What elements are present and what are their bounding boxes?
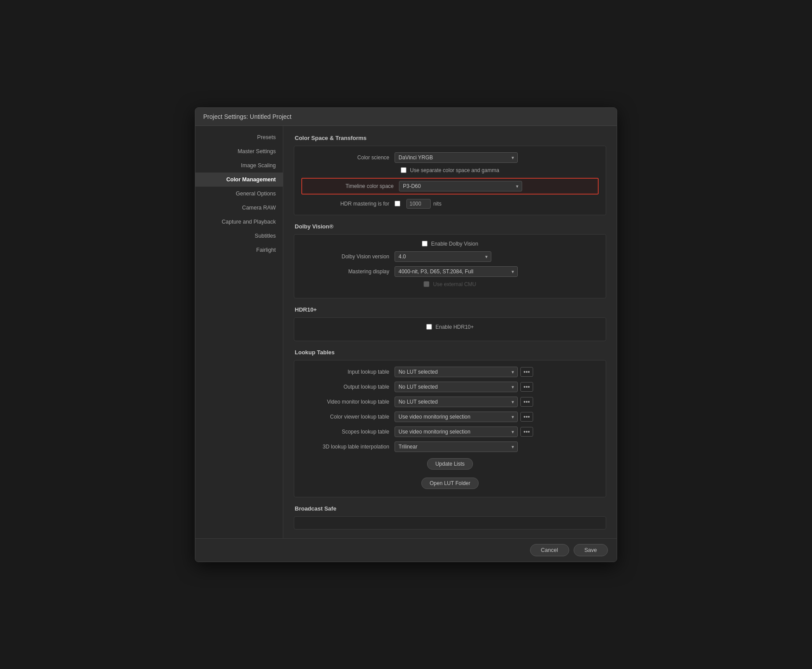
- dolby-vision-version-select-wrapper: 4.0 2.9: [395, 251, 491, 262]
- broadcast-safe-section-title: Broadcast Safe: [294, 505, 606, 512]
- hdr-mastering-unit: nits: [433, 201, 442, 207]
- mastering-display-select[interactable]: 4000-nit, P3, D65, ST.2084, Full 1000-ni…: [395, 266, 518, 277]
- open-lut-folder-button[interactable]: Open LUT Folder: [421, 478, 479, 489]
- separate-color-space-checkbox[interactable]: [401, 167, 406, 173]
- dialog-footer: Cancel Save: [195, 538, 617, 562]
- enable-hdr10plus-checkbox[interactable]: [426, 324, 432, 330]
- color-viewer-lut-select[interactable]: Use video monitoring selection No LUT se…: [395, 412, 518, 422]
- enable-dolby-vision-row: Enable Dolby Vision: [301, 241, 599, 247]
- video-monitor-lut-row: Video monitor lookup table No LUT select…: [301, 397, 599, 407]
- hdr-mastering-label: HDR mastering is for: [301, 201, 389, 207]
- separate-color-space-row: Use separate color space and gamma: [301, 167, 599, 173]
- scopes-lut-dots-button[interactable]: •••: [520, 427, 533, 437]
- video-monitor-lut-dots-button[interactable]: •••: [520, 397, 533, 407]
- timeline-color-space-label: Timeline color space: [306, 183, 394, 189]
- lookup-tables-section-box: Input lookup table No LUT selected ••• O…: [294, 360, 606, 497]
- save-button[interactable]: Save: [574, 544, 608, 556]
- cancel-button[interactable]: Cancel: [530, 544, 569, 556]
- mastering-display-label: Mastering display: [301, 268, 389, 275]
- lut-action-buttons-row: Update Lists: [301, 456, 599, 471]
- input-lut-dots-button[interactable]: •••: [520, 367, 533, 377]
- interpolation-row: 3D lookup lable interpolation Trilinear …: [301, 441, 599, 452]
- update-lists-button[interactable]: Update Lists: [427, 458, 473, 470]
- color-science-select[interactable]: DaVinci YRGB DaVinci YRGB Color Managed …: [395, 152, 518, 163]
- dolby-vision-section-box: Enable Dolby Vision Dolby Vision version…: [294, 234, 606, 298]
- hdr10plus-section-title: HDR10+: [294, 306, 606, 313]
- dialog-body: Presets Master Settings Image Scaling Co…: [195, 126, 617, 538]
- interpolation-select[interactable]: Trilinear Tetrahedral: [395, 441, 518, 452]
- output-lut-select-wrapper: No LUT selected: [395, 382, 518, 392]
- color-viewer-lut-dots-button[interactable]: •••: [520, 412, 533, 422]
- scopes-lut-row: Scopes lookup table Use video monitoring…: [301, 426, 599, 437]
- scopes-lut-select[interactable]: Use video monitoring selection No LUT se…: [395, 426, 518, 437]
- sidebar: Presets Master Settings Image Scaling Co…: [195, 126, 283, 538]
- output-lut-row: Output lookup table No LUT selected •••: [301, 382, 599, 392]
- input-lut-select-wrapper: No LUT selected: [395, 367, 518, 377]
- interpolation-label: 3D lookup lable interpolation: [301, 444, 389, 450]
- external-cmu-row: Use external CMU: [301, 281, 599, 287]
- sidebar-item-subtitles[interactable]: Subtitles: [195, 229, 283, 243]
- sidebar-item-fairlight[interactable]: Fairlight: [195, 243, 283, 257]
- color-viewer-lut-select-wrapper: Use video monitoring selection No LUT se…: [395, 412, 518, 422]
- input-lut-label: Input lookup table: [301, 369, 389, 375]
- scopes-lut-select-wrapper: Use video monitoring selection No LUT se…: [395, 426, 518, 437]
- sidebar-item-image-scaling[interactable]: Image Scaling: [195, 158, 283, 173]
- scopes-lut-label: Scopes lookup table: [301, 429, 389, 435]
- external-cmu-checkbox[interactable]: [424, 281, 429, 287]
- enable-hdr10plus-label: Enable HDR10+: [435, 324, 474, 330]
- timeline-color-space-select[interactable]: P3-D60 P3-D65 Rec.709 Rec.2020 sRGB: [399, 181, 522, 191]
- hdr-mastering-checkbox[interactable]: [395, 201, 400, 206]
- sidebar-item-color-management[interactable]: Color Management: [195, 173, 283, 187]
- color-space-section-box: Color science DaVinci YRGB DaVinci YRGB …: [294, 146, 606, 215]
- input-lut-row: Input lookup table No LUT selected •••: [301, 367, 599, 377]
- color-space-section-title: Color Space & Transforms: [294, 135, 606, 141]
- timeline-color-space-select-wrapper: P3-D60 P3-D65 Rec.709 Rec.2020 sRGB: [399, 181, 522, 191]
- sidebar-item-master-settings[interactable]: Master Settings: [195, 144, 283, 158]
- color-viewer-lut-row: Color viewer lookup table Use video moni…: [301, 412, 599, 422]
- sidebar-item-camera-raw[interactable]: Camera RAW: [195, 201, 283, 215]
- broadcast-safe-section-box: [294, 516, 606, 529]
- main-content: Color Space & Transforms Color science D…: [283, 126, 617, 538]
- mastering-display-select-wrapper: 4000-nit, P3, D65, ST.2084, Full 1000-ni…: [395, 266, 518, 277]
- video-monitor-lut-select-wrapper: No LUT selected: [395, 397, 518, 407]
- output-lut-label: Output lookup table: [301, 384, 389, 390]
- interpolation-select-wrapper: Trilinear Tetrahedral: [395, 441, 518, 452]
- dolby-vision-version-row: Dolby Vision version 4.0 2.9: [301, 251, 599, 262]
- dialog-title: Project Settings: Untitled Project: [195, 108, 617, 126]
- color-viewer-lut-label: Color viewer lookup table: [301, 414, 389, 420]
- hdr-mastering-value[interactable]: [406, 199, 431, 209]
- dolby-vision-version-label: Dolby Vision version: [301, 254, 389, 260]
- sidebar-item-presets[interactable]: Presets: [195, 130, 283, 144]
- project-settings-dialog: Project Settings: Untitled Project Prese…: [195, 107, 617, 562]
- lut-folder-button-row: Open LUT Folder: [301, 476, 599, 491]
- hdr10plus-section-box: Enable HDR10+: [294, 317, 606, 341]
- color-science-row: Color science DaVinci YRGB DaVinci YRGB …: [301, 152, 599, 163]
- output-lut-dots-button[interactable]: •••: [520, 382, 533, 392]
- external-cmu-label: Use external CMU: [433, 281, 476, 287]
- sidebar-item-capture-playback[interactable]: Capture and Playback: [195, 215, 283, 229]
- dolby-vision-section-title: Dolby Vision®: [294, 223, 606, 230]
- enable-dolby-vision-label: Enable Dolby Vision: [431, 241, 478, 247]
- enable-hdr10plus-row: Enable HDR10+: [301, 324, 599, 330]
- color-science-select-wrapper: DaVinci YRGB DaVinci YRGB Color Managed …: [395, 152, 518, 163]
- dolby-vision-version-select[interactable]: 4.0 2.9: [395, 251, 491, 262]
- sidebar-item-general-options[interactable]: General Options: [195, 187, 283, 201]
- video-monitor-lut-label: Video monitor lookup table: [301, 399, 389, 405]
- timeline-color-space-row: Timeline color space P3-D60 P3-D65 Rec.7…: [301, 178, 599, 195]
- color-science-label: Color science: [301, 154, 389, 161]
- input-lut-select[interactable]: No LUT selected: [395, 367, 518, 377]
- video-monitor-lut-select[interactable]: No LUT selected: [395, 397, 518, 407]
- hdr-mastering-row: HDR mastering is for nits: [301, 199, 599, 209]
- lookup-tables-section-title: Lookup Tables: [294, 349, 606, 356]
- enable-dolby-vision-checkbox[interactable]: [422, 241, 428, 246]
- mastering-display-row: Mastering display 4000-nit, P3, D65, ST.…: [301, 266, 599, 277]
- separate-color-space-label: Use separate color space and gamma: [410, 167, 499, 173]
- output-lut-select[interactable]: No LUT selected: [395, 382, 518, 392]
